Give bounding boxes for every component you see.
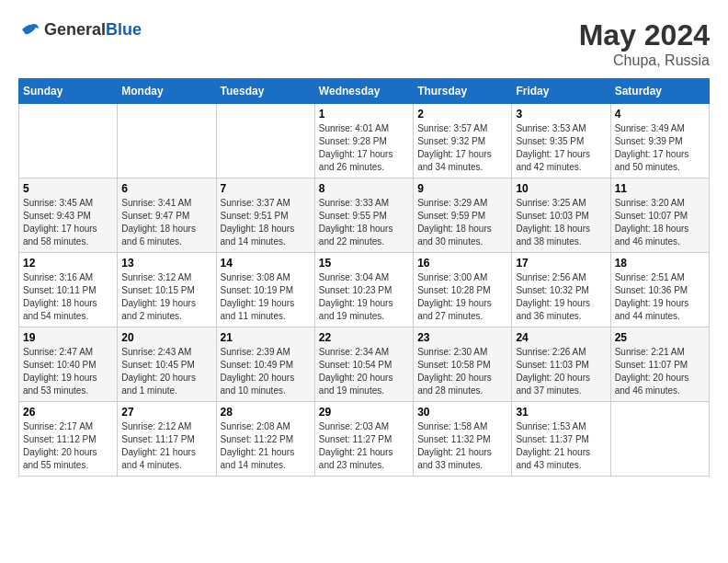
day-info: Sunrise: 3:29 AM Sunset: 9:59 PM Dayligh… [417,197,507,248]
day-info: Sunrise: 3:08 AM Sunset: 10:19 PM Daylig… [221,271,311,323]
day-number: 5 [23,182,113,195]
calendar-cell: 11Sunrise: 3:20 AM Sunset: 10:07 PM Dayl… [610,178,709,253]
calendar-cell: 1Sunrise: 4:01 AM Sunset: 9:28 PM Daylig… [314,104,413,178]
calendar-cell: 12Sunrise: 3:16 AM Sunset: 10:11 PM Dayl… [19,253,118,327]
day-info: Sunrise: 3:57 AM Sunset: 9:32 PM Dayligh… [417,122,507,174]
day-info: Sunrise: 2:43 AM Sunset: 10:45 PM Daylig… [121,346,211,397]
day-info: Sunrise: 2:34 AM Sunset: 10:54 PM Daylig… [319,346,409,397]
day-number: 19 [23,331,113,344]
day-number: 7 [221,182,311,195]
calendar-week-4: 26Sunrise: 2:17 AM Sunset: 11:12 PM Dayl… [19,402,710,477]
day-number: 29 [319,406,409,419]
logo: GeneralBlue [18,18,142,40]
day-number: 14 [221,257,311,270]
day-info: Sunrise: 2:47 AM Sunset: 10:40 PM Daylig… [23,346,113,397]
calendar-cell [118,104,216,178]
calendar-cell: 20Sunrise: 2:43 AM Sunset: 10:45 PM Dayl… [118,327,216,402]
day-info: Sunrise: 4:01 AM Sunset: 9:28 PM Dayligh… [319,122,409,174]
day-number: 31 [516,406,606,419]
location: Chupa, Russia [579,52,710,69]
col-wednesday: Wednesday [314,79,413,104]
calendar-cell [610,402,709,477]
day-info: Sunrise: 2:17 AM Sunset: 11:12 PM Daylig… [23,420,113,472]
day-info: Sunrise: 3:45 AM Sunset: 9:43 PM Dayligh… [23,197,113,248]
day-number: 26 [23,406,113,419]
day-info: Sunrise: 2:12 AM Sunset: 11:17 PM Daylig… [121,420,211,472]
calendar-cell: 19Sunrise: 2:47 AM Sunset: 10:40 PM Dayl… [19,327,118,402]
calendar-cell: 24Sunrise: 2:26 AM Sunset: 11:03 PM Dayl… [512,327,610,402]
day-number: 10 [516,182,606,195]
day-info: Sunrise: 2:39 AM Sunset: 10:49 PM Daylig… [221,346,311,397]
day-info: Sunrise: 3:04 AM Sunset: 10:23 PM Daylig… [319,271,409,323]
day-info: Sunrise: 2:21 AM Sunset: 11:07 PM Daylig… [615,346,705,397]
day-info: Sunrise: 3:33 AM Sunset: 9:55 PM Dayligh… [319,197,409,248]
header-row: Sunday Monday Tuesday Wednesday Thursday… [19,79,710,104]
calendar-cell: 26Sunrise: 2:17 AM Sunset: 11:12 PM Dayl… [19,402,118,477]
calendar-cell: 27Sunrise: 2:12 AM Sunset: 11:17 PM Dayl… [118,402,216,477]
calendar-cell: 7Sunrise: 3:37 AM Sunset: 9:51 PM Daylig… [216,178,314,253]
day-number: 3 [516,108,606,121]
calendar-cell [19,104,118,178]
calendar-cell: 31Sunrise: 1:53 AM Sunset: 11:37 PM Dayl… [512,402,610,477]
day-number: 16 [417,257,507,270]
calendar-cell: 21Sunrise: 2:39 AM Sunset: 10:49 PM Dayl… [216,327,314,402]
col-monday: Monday [118,79,216,104]
day-number: 13 [121,257,211,270]
calendar-cell: 29Sunrise: 2:03 AM Sunset: 11:27 PM Dayl… [314,402,413,477]
col-sunday: Sunday [19,79,118,104]
calendar-cell: 5Sunrise: 3:45 AM Sunset: 9:43 PM Daylig… [19,178,118,253]
day-number: 28 [221,406,311,419]
day-number: 17 [516,257,606,270]
calendar-table: Sunday Monday Tuesday Wednesday Thursday… [18,78,710,477]
day-info: Sunrise: 3:49 AM Sunset: 9:39 PM Dayligh… [615,122,705,174]
day-number: 6 [121,182,211,195]
day-info: Sunrise: 3:12 AM Sunset: 10:15 PM Daylig… [121,271,211,323]
logo-icon [18,18,40,40]
day-number: 30 [417,406,507,419]
calendar-cell: 16Sunrise: 3:00 AM Sunset: 10:28 PM Dayl… [414,253,512,327]
day-number: 18 [615,257,705,270]
calendar-cell: 14Sunrise: 3:08 AM Sunset: 10:19 PM Dayl… [216,253,314,327]
day-info: Sunrise: 3:16 AM Sunset: 10:11 PM Daylig… [23,271,113,323]
calendar-cell: 22Sunrise: 2:34 AM Sunset: 10:54 PM Dayl… [314,327,413,402]
day-number: 25 [615,331,705,344]
day-info: Sunrise: 3:00 AM Sunset: 10:28 PM Daylig… [417,271,507,323]
day-number: 1 [319,108,409,121]
calendar-week-1: 5Sunrise: 3:45 AM Sunset: 9:43 PM Daylig… [19,178,710,253]
day-info: Sunrise: 2:51 AM Sunset: 10:36 PM Daylig… [615,271,705,323]
day-number: 20 [121,331,211,344]
calendar-cell [216,104,314,178]
month-year: May 2024 [579,18,710,52]
calendar-cell: 18Sunrise: 2:51 AM Sunset: 10:36 PM Dayl… [610,253,709,327]
title-block: May 2024 Chupa, Russia [579,18,710,69]
day-info: Sunrise: 2:26 AM Sunset: 11:03 PM Daylig… [516,346,606,397]
col-saturday: Saturday [610,79,709,104]
calendar-cell: 17Sunrise: 2:56 AM Sunset: 10:32 PM Dayl… [512,253,610,327]
calendar-cell: 28Sunrise: 2:08 AM Sunset: 11:22 PM Dayl… [216,402,314,477]
calendar-week-2: 12Sunrise: 3:16 AM Sunset: 10:11 PM Dayl… [19,253,710,327]
calendar-cell: 4Sunrise: 3:49 AM Sunset: 9:39 PM Daylig… [610,104,709,178]
col-tuesday: Tuesday [216,79,314,104]
day-info: Sunrise: 2:08 AM Sunset: 11:22 PM Daylig… [221,420,311,472]
calendar-cell: 10Sunrise: 3:25 AM Sunset: 10:03 PM Dayl… [512,178,610,253]
calendar-cell: 6Sunrise: 3:41 AM Sunset: 9:47 PM Daylig… [118,178,216,253]
day-number: 12 [23,257,113,270]
day-info: Sunrise: 3:53 AM Sunset: 9:35 PM Dayligh… [516,122,606,174]
calendar-cell: 25Sunrise: 2:21 AM Sunset: 11:07 PM Dayl… [610,327,709,402]
logo-wordmark: GeneralBlue [44,20,142,40]
day-number: 8 [319,182,409,195]
day-info: Sunrise: 3:20 AM Sunset: 10:07 PM Daylig… [615,197,705,248]
day-info: Sunrise: 2:30 AM Sunset: 10:58 PM Daylig… [417,346,507,397]
calendar-cell: 2Sunrise: 3:57 AM Sunset: 9:32 PM Daylig… [414,104,512,178]
day-number: 21 [221,331,311,344]
day-number: 2 [417,108,507,121]
day-number: 15 [319,257,409,270]
calendar-cell: 15Sunrise: 3:04 AM Sunset: 10:23 PM Dayl… [314,253,413,327]
col-thursday: Thursday [414,79,512,104]
day-info: Sunrise: 3:37 AM Sunset: 9:51 PM Dayligh… [221,197,311,248]
day-info: Sunrise: 2:03 AM Sunset: 11:27 PM Daylig… [319,420,409,472]
calendar-cell: 13Sunrise: 3:12 AM Sunset: 10:15 PM Dayl… [118,253,216,327]
day-number: 9 [417,182,507,195]
day-info: Sunrise: 2:56 AM Sunset: 10:32 PM Daylig… [516,271,606,323]
day-number: 23 [417,331,507,344]
